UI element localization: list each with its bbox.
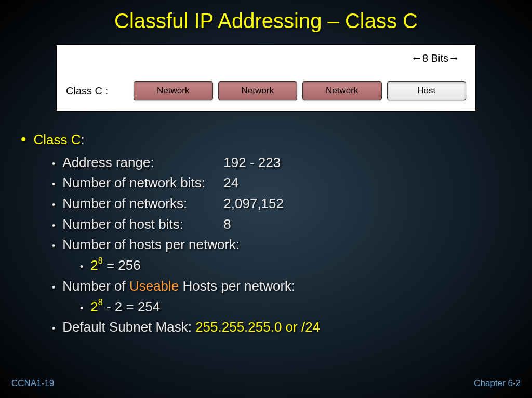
footer-left: CCNA1-19 [11, 378, 54, 389]
useable-suffix: Hosts per network: [179, 278, 295, 294]
base: 2 [90, 299, 98, 314]
footer-right: Chapter 6-2 [474, 378, 521, 389]
label-subnet-mask: Default Subnet Mask: [62, 319, 195, 335]
label-networks: Number of networks: [62, 194, 223, 214]
bullet-icon: • [52, 219, 55, 232]
value-networks: 2,097,152 [223, 194, 284, 214]
slide-title: Classful IP Addressing – Class C [0, 0, 532, 33]
octet-3: Network [302, 81, 382, 100]
bits-text: 8 Bits [422, 52, 448, 64]
label-hosts-per-network: Number of hosts per network: [62, 235, 240, 255]
exponent: 8 [98, 256, 103, 265]
arrow-left-icon: ← [411, 51, 422, 65]
value-host-bits: 8 [223, 215, 231, 235]
class-label: Class C : [66, 85, 134, 97]
useable-prefix: Number of [62, 278, 129, 294]
bullet-icon: • [52, 177, 55, 191]
item-useable-hosts: • Number of Useable Hosts per network: [52, 277, 532, 296]
item-network-bits: • Number of network bits:24 [52, 173, 532, 193]
value-subnet-mask: 255.255.255.0 or /24 [195, 319, 320, 335]
useable-word: Useable [129, 278, 179, 294]
base: 2 [90, 257, 98, 273]
item-useable-calc: • 28 - 2 = 254 [52, 297, 532, 317]
item-hosts-calc: • 28 = 256 [52, 256, 532, 276]
octet-2: Network [218, 81, 298, 100]
item-hosts-per-network: • Number of hosts per network: [52, 235, 532, 255]
bullet-icon: • [80, 301, 83, 315]
main-bullet-suffix: : [81, 132, 85, 147]
bullet-icon: • [80, 260, 83, 273]
bullet-icon: • [52, 281, 55, 294]
exponent: 8 [98, 298, 103, 307]
label-network-bits: Number of network bits: [62, 173, 223, 193]
item-subnet-mask: • Default Subnet Mask: 255.255.255.0 or … [52, 318, 532, 337]
bullet-icon: • [52, 239, 55, 253]
bits-width-label: ← 8 Bits → [411, 51, 460, 65]
item-address-range: • Address range:192 - 223 [52, 153, 532, 173]
hosts-calc-expr: 28 = 256 [90, 256, 140, 276]
content-area: • Class C: • Address range:192 - 223 • N… [0, 130, 532, 337]
bullet-icon: • [52, 157, 55, 171]
useable-calc-expr: 28 - 2 = 254 [90, 297, 160, 317]
calc-result: - 2 = 254 [103, 299, 161, 314]
subnet-row: Default Subnet Mask: 255.255.255.0 or /2… [62, 318, 320, 337]
bullet-icon: • [52, 322, 55, 335]
item-host-bits: • Number of host bits:8 [52, 215, 532, 235]
bullet-icon: • [52, 198, 55, 212]
octet-1: Network [134, 81, 213, 100]
value-address-range: 192 - 223 [223, 153, 281, 173]
class-c-diagram: ← 8 Bits → Class C : Network Network Net… [56, 44, 476, 112]
main-bullet-label: Class C [34, 132, 81, 147]
value-network-bits: 24 [223, 173, 238, 193]
label-useable-hosts: Number of Useable Hosts per network: [62, 277, 295, 296]
label-host-bits: Number of host bits: [62, 215, 223, 235]
arrow-right-icon: → [448, 51, 460, 65]
bullet-icon: • [21, 131, 26, 147]
main-bullet: • Class C: [21, 130, 532, 150]
octet-4: Host [387, 81, 467, 100]
item-networks: • Number of networks:2,097,152 [52, 194, 532, 214]
calc-result: = 256 [103, 257, 141, 273]
label-address-range: Address range: [62, 153, 223, 173]
